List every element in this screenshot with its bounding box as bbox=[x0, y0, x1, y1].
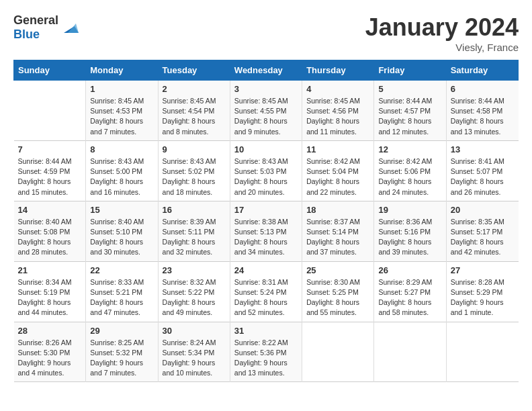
calendar-cell: 15 Sunrise: 8:40 AMSunset: 5:10 PMDaylig… bbox=[86, 201, 158, 261]
day-number: 9 bbox=[163, 144, 226, 154]
day-info: Sunrise: 8:45 AMSunset: 4:56 PMDaylight:… bbox=[306, 96, 369, 137]
calendar-cell: 31 Sunrise: 8:22 AMSunset: 5:36 PMDaylig… bbox=[230, 322, 302, 382]
day-info: Sunrise: 8:40 AMSunset: 5:10 PMDaylight:… bbox=[90, 217, 153, 258]
calendar-cell: 29 Sunrise: 8:25 AMSunset: 5:32 PMDaylig… bbox=[86, 322, 158, 382]
calendar-cell: 23 Sunrise: 8:32 AMSunset: 5:22 PMDaylig… bbox=[158, 261, 230, 322]
day-number: 16 bbox=[163, 205, 226, 215]
calendar-cell: 26 Sunrise: 8:29 AMSunset: 5:27 PMDaylig… bbox=[374, 261, 446, 322]
day-info: Sunrise: 8:37 AMSunset: 5:14 PMDaylight:… bbox=[306, 217, 369, 258]
svg-marker-1 bbox=[68, 24, 79, 33]
day-info: Sunrise: 8:30 AMSunset: 5:25 PMDaylight:… bbox=[306, 277, 369, 318]
day-number: 20 bbox=[451, 205, 515, 215]
day-number: 7 bbox=[18, 144, 82, 154]
day-info: Sunrise: 8:29 AMSunset: 5:27 PMDaylight:… bbox=[378, 277, 441, 318]
calendar-cell bbox=[374, 322, 446, 382]
day-number: 24 bbox=[234, 265, 298, 275]
day-info: Sunrise: 8:25 AMSunset: 5:32 PMDaylight:… bbox=[90, 338, 153, 379]
day-info: Sunrise: 8:42 AMSunset: 5:06 PMDaylight:… bbox=[378, 156, 441, 197]
calendar-cell: 25 Sunrise: 8:30 AMSunset: 5:25 PMDaylig… bbox=[302, 261, 374, 322]
day-number: 25 bbox=[306, 265, 369, 275]
day-info: Sunrise: 8:31 AMSunset: 5:24 PMDaylight:… bbox=[234, 277, 298, 318]
day-info: Sunrise: 8:43 AMSunset: 5:03 PMDaylight:… bbox=[234, 156, 298, 197]
day-info: Sunrise: 8:22 AMSunset: 5:36 PMDaylight:… bbox=[234, 338, 298, 379]
day-info: Sunrise: 8:43 AMSunset: 5:00 PMDaylight:… bbox=[90, 156, 153, 197]
day-number: 22 bbox=[90, 265, 153, 275]
calendar-cell: 14 Sunrise: 8:40 AMSunset: 5:08 PMDaylig… bbox=[14, 201, 86, 261]
calendar-cell: 2 Sunrise: 8:45 AMSunset: 4:54 PMDayligh… bbox=[158, 81, 230, 141]
month-title: January 2024 bbox=[365, 13, 519, 42]
day-info: Sunrise: 8:44 AMSunset: 4:59 PMDaylight:… bbox=[18, 156, 82, 197]
col-saturday: Saturday bbox=[446, 60, 518, 81]
calendar-table: Sunday Monday Tuesday Wednesday Thursday… bbox=[13, 60, 519, 382]
calendar-cell: 11 Sunrise: 8:42 AMSunset: 5:04 PMDaylig… bbox=[302, 140, 374, 201]
day-number: 2 bbox=[163, 84, 226, 94]
calendar-cell: 4 Sunrise: 8:45 AMSunset: 4:56 PMDayligh… bbox=[302, 81, 374, 141]
logo-icon bbox=[60, 18, 79, 37]
day-number: 6 bbox=[451, 84, 515, 94]
calendar-week-row: 28 Sunrise: 8:26 AMSunset: 5:30 PMDaylig… bbox=[14, 322, 519, 382]
logo-general: General bbox=[13, 13, 58, 27]
day-number: 31 bbox=[234, 326, 298, 336]
logo-blue: Blue bbox=[13, 28, 40, 41]
logo-text: General Blue bbox=[13, 13, 58, 42]
col-wednesday: Wednesday bbox=[230, 60, 302, 81]
calendar-cell: 6 Sunrise: 8:44 AMSunset: 4:58 PMDayligh… bbox=[446, 81, 518, 141]
day-number: 8 bbox=[90, 144, 153, 154]
col-monday: Monday bbox=[86, 60, 158, 81]
calendar-cell: 3 Sunrise: 8:45 AMSunset: 4:55 PMDayligh… bbox=[230, 81, 302, 141]
day-number: 17 bbox=[234, 205, 298, 215]
day-info: Sunrise: 8:36 AMSunset: 5:16 PMDaylight:… bbox=[378, 217, 441, 258]
calendar-cell: 28 Sunrise: 8:26 AMSunset: 5:30 PMDaylig… bbox=[14, 322, 86, 382]
day-number: 4 bbox=[306, 84, 369, 94]
day-info: Sunrise: 8:45 AMSunset: 4:55 PMDaylight:… bbox=[234, 96, 298, 137]
day-info: Sunrise: 8:33 AMSunset: 5:21 PMDaylight:… bbox=[90, 277, 153, 318]
day-number: 26 bbox=[378, 265, 441, 275]
day-info: Sunrise: 8:42 AMSunset: 5:04 PMDaylight:… bbox=[306, 156, 369, 197]
calendar-cell: 27 Sunrise: 8:28 AMSunset: 5:29 PMDaylig… bbox=[446, 261, 518, 322]
col-thursday: Thursday bbox=[302, 60, 374, 81]
calendar-header-row: Sunday Monday Tuesday Wednesday Thursday… bbox=[14, 60, 519, 81]
col-sunday: Sunday bbox=[14, 60, 86, 81]
day-number: 29 bbox=[90, 326, 153, 336]
calendar-cell: 1 Sunrise: 8:45 AMSunset: 4:53 PMDayligh… bbox=[86, 81, 158, 141]
col-tuesday: Tuesday bbox=[158, 60, 230, 81]
day-info: Sunrise: 8:32 AMSunset: 5:22 PMDaylight:… bbox=[163, 277, 226, 318]
title-block: January 2024 Viesly, France bbox=[365, 13, 519, 53]
day-number: 15 bbox=[90, 205, 153, 215]
day-info: Sunrise: 8:39 AMSunset: 5:11 PMDaylight:… bbox=[163, 217, 226, 258]
day-number: 1 bbox=[90, 84, 153, 94]
day-info: Sunrise: 8:38 AMSunset: 5:13 PMDaylight:… bbox=[234, 217, 298, 258]
calendar-week-row: 7 Sunrise: 8:44 AMSunset: 4:59 PMDayligh… bbox=[14, 140, 519, 201]
day-number: 14 bbox=[18, 205, 82, 215]
calendar-cell bbox=[14, 81, 86, 141]
calendar-week-row: 21 Sunrise: 8:34 AMSunset: 5:19 PMDaylig… bbox=[14, 261, 519, 322]
day-info: Sunrise: 8:43 AMSunset: 5:02 PMDaylight:… bbox=[163, 156, 226, 197]
day-number: 19 bbox=[378, 205, 441, 215]
day-number: 23 bbox=[163, 265, 226, 275]
day-number: 27 bbox=[451, 265, 515, 275]
calendar-cell: 24 Sunrise: 8:31 AMSunset: 5:24 PMDaylig… bbox=[230, 261, 302, 322]
day-info: Sunrise: 8:35 AMSunset: 5:17 PMDaylight:… bbox=[451, 217, 515, 258]
calendar-cell: 21 Sunrise: 8:34 AMSunset: 5:19 PMDaylig… bbox=[14, 261, 86, 322]
day-number: 12 bbox=[378, 144, 441, 154]
calendar-cell bbox=[302, 322, 374, 382]
logo: General Blue bbox=[13, 13, 79, 42]
day-info: Sunrise: 8:24 AMSunset: 5:34 PMDaylight:… bbox=[163, 338, 226, 379]
calendar-cell: 18 Sunrise: 8:37 AMSunset: 5:14 PMDaylig… bbox=[302, 201, 374, 261]
day-number: 5 bbox=[378, 84, 441, 94]
page-header: General Blue January 2024 Viesly, France bbox=[13, 13, 519, 53]
col-friday: Friday bbox=[374, 60, 446, 81]
calendar-cell: 17 Sunrise: 8:38 AMSunset: 5:13 PMDaylig… bbox=[230, 201, 302, 261]
day-info: Sunrise: 8:45 AMSunset: 4:54 PMDaylight:… bbox=[163, 96, 226, 137]
day-number: 10 bbox=[234, 144, 298, 154]
calendar-week-row: 14 Sunrise: 8:40 AMSunset: 5:08 PMDaylig… bbox=[14, 201, 519, 261]
day-number: 21 bbox=[18, 265, 82, 275]
day-number: 3 bbox=[234, 84, 298, 94]
day-number: 18 bbox=[306, 205, 369, 215]
calendar-cell: 22 Sunrise: 8:33 AMSunset: 5:21 PMDaylig… bbox=[86, 261, 158, 322]
day-info: Sunrise: 8:44 AMSunset: 4:57 PMDaylight:… bbox=[378, 96, 441, 137]
calendar-cell: 9 Sunrise: 8:43 AMSunset: 5:02 PMDayligh… bbox=[158, 140, 230, 201]
calendar-cell bbox=[446, 322, 518, 382]
day-number: 28 bbox=[18, 326, 82, 336]
location: Viesly, France bbox=[365, 42, 519, 53]
